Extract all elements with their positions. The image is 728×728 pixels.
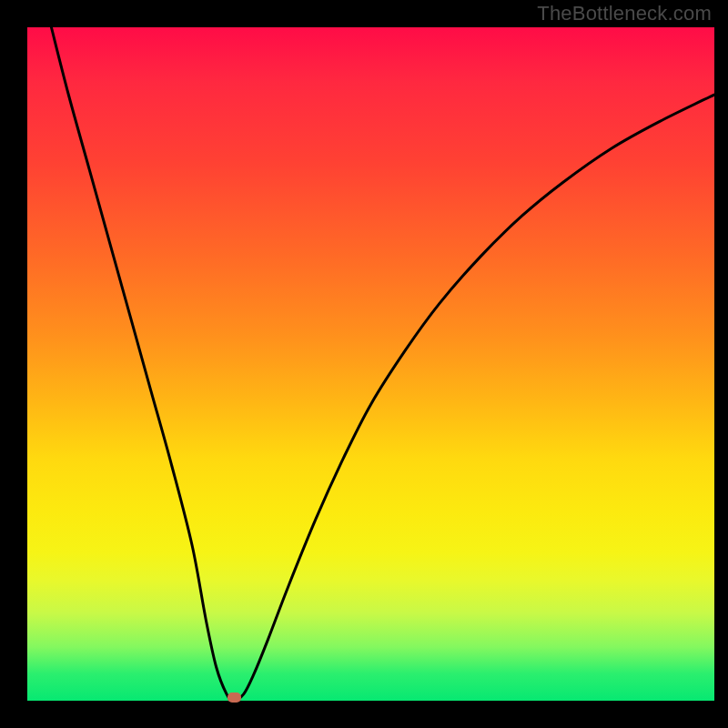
plot-area xyxy=(27,27,714,701)
curve-svg xyxy=(27,27,714,701)
bottleneck-curve-path xyxy=(51,27,714,701)
minimum-marker xyxy=(228,693,241,703)
watermark-text: TheBottleneck.com xyxy=(537,2,712,25)
chart-frame: TheBottleneck.com xyxy=(0,0,728,728)
